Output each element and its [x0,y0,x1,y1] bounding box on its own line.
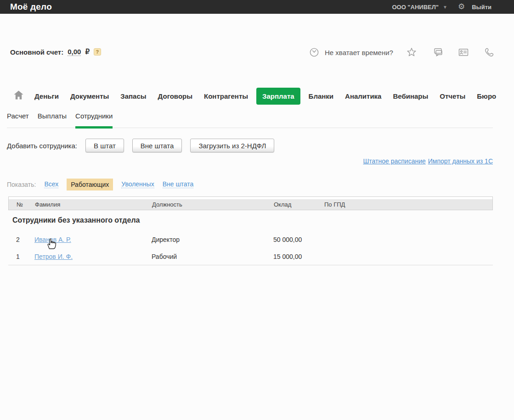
column-salary: Оклад [274,199,324,210]
filter-fired[interactable]: Уволенных [121,180,154,188]
nav-item-webinars[interactable]: Вебинары [393,92,428,100]
table-row: 1 Петров И. Ф. Рабочий 15 000,00 [8,252,493,261]
page: Моё дело ООО "АНИВЕЛ" ▼ ⚙ Выйти Основной… [0,0,514,420]
add-staff-button[interactable]: В штат [85,139,124,152]
column-surname: Фамилия [35,199,152,210]
subnav-item-calculation[interactable]: Расчет [7,112,29,120]
table-row: 2 Иванов А. Р. Директор 50 000,00 [8,235,493,244]
department-group-title: Сотрудники без указанного отдела [12,216,140,224]
employee-salary: 50 000,00 [273,235,324,244]
clock-icon [309,47,320,58]
column-position: Должность [152,199,274,210]
subnav-item-payments[interactable]: Выплаты [38,112,67,120]
nav-item-stock[interactable]: Запасы [120,92,146,100]
nav-item-money[interactable]: Деньги [34,92,59,100]
nav-item-contracts[interactable]: Договоры [158,92,192,100]
column-num: № [17,199,35,210]
import-2ndfl-button[interactable]: Загрузить из 2-НДФЛ [190,139,274,152]
promo-text: Не хватает времени? [325,49,393,56]
contact-card-icon[interactable] [458,47,469,58]
filter-all[interactable]: Всех [44,180,58,188]
company-selector[interactable]: ООО "АНИВЕЛ" [392,4,439,11]
column-gpd: По ГПД [324,199,492,210]
gear-icon[interactable]: ⚙ [458,0,465,14]
home-icon[interactable] [13,90,24,100]
employees-table-header-row: № Фамилия Должность Оклад По ГПД [9,199,492,210]
staffing-schedule-link[interactable]: Штатное расписание [363,157,425,165]
employee-number: 1 [16,252,34,261]
main-nav: Деньги Документы Запасы Договоры Контраг… [34,87,496,105]
logout-button[interactable]: Выйти [472,4,491,11]
import-1c-link[interactable]: Импорт данных из 1С [428,157,493,165]
subnav-item-employees[interactable]: Сотрудники [75,112,113,120]
account-label: Основной счет: [10,48,63,56]
filter-label: Показать: [7,181,36,188]
account-balance-link[interactable]: 0,00 [68,48,81,56]
employee-gpd [324,235,493,244]
employee-position: Директор [152,235,273,244]
star-icon[interactable] [406,47,417,58]
app-logo[interactable]: Моё дело [10,0,52,14]
chat-icon[interactable] [432,47,443,58]
nav-item-salary[interactable]: Зарплата [256,88,300,105]
ruble-sign: ₽ [85,48,90,56]
employee-filter: Показать: Всех Работающих Уволенных Вне … [7,178,193,190]
add-freelance-button[interactable]: Вне штата [132,139,182,152]
quick-links: Штатное расписание Импорт данных из 1С [363,157,493,165]
topbar: Моё дело ООО "АНИВЕЛ" ▼ ⚙ Выйти [0,0,514,14]
salary-subnav: Расчет Выплаты Сотрудники [7,112,493,128]
table-bottom-divider [8,265,493,265]
nav-item-bureau[interactable]: Бюро [477,92,496,100]
employees-table-header: № Фамилия Должность Оклад По ГПД [8,196,493,210]
employee-position: Рабочий [152,252,273,261]
chevron-down-icon[interactable]: ▼ [443,5,447,10]
employee-name-link[interactable]: Иванов А. Р. [34,236,71,243]
employee-gpd [324,252,493,261]
employee-name-link[interactable]: Петров И. Ф. [34,253,73,260]
nav-item-contractors[interactable]: Контрагенты [204,92,248,100]
account-summary: Основной счет: 0,00 ₽ ? [10,48,101,56]
employee-number: 2 [16,235,34,244]
no-time-promo-link[interactable]: Не хватает времени? [309,47,393,58]
nav-item-documents[interactable]: Документы [70,92,109,100]
filter-freelance[interactable]: Вне штата [163,180,194,188]
nav-item-forms[interactable]: Бланки [309,92,333,100]
help-icon[interactable]: ? [94,48,101,56]
add-employee-label: Добавить сотрудника: [7,142,77,150]
nav-item-reports[interactable]: Отчеты [440,92,465,100]
phone-icon[interactable] [484,47,495,58]
filter-working[interactable]: Работающих [67,179,113,190]
topbar-right: ООО "АНИВЕЛ" ▼ ⚙ Выйти [392,0,491,14]
nav-item-analytics[interactable]: Аналитика [345,92,381,100]
employee-salary: 15 000,00 [273,252,324,261]
add-employee-row: Добавить сотрудника: В штат Вне штата За… [7,139,274,152]
